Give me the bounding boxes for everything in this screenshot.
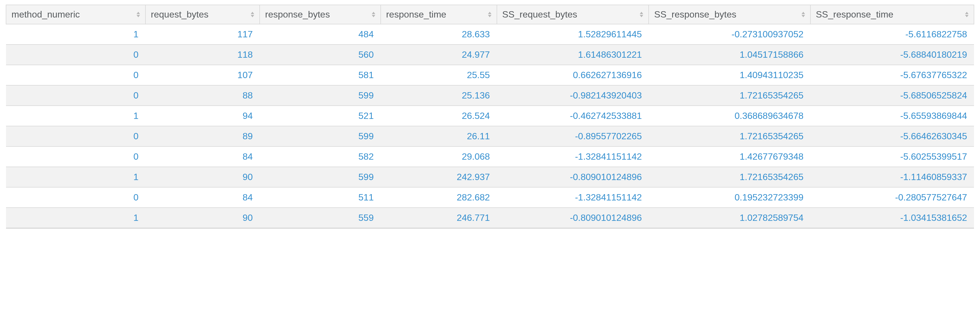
cell-response_time: 246.771 bbox=[381, 208, 497, 228]
cell-request_bytes: 84 bbox=[145, 146, 259, 167]
svg-marker-11 bbox=[802, 15, 805, 17]
cell-method_numeric: 0 bbox=[6, 187, 145, 208]
cell-request_bytes: 94 bbox=[145, 106, 259, 126]
data-table: method_numericrequest_bytesresponse_byte… bbox=[6, 5, 974, 229]
cell-method_numeric: 1 bbox=[6, 167, 145, 187]
cell-response_time: 25.136 bbox=[381, 85, 497, 106]
table-header: method_numericrequest_bytesresponse_byte… bbox=[6, 5, 974, 24]
cell-SS_response_time: -5.6116822758 bbox=[810, 24, 974, 45]
table-row: 19452126.524-0.4627425338810.36868963467… bbox=[6, 106, 974, 126]
cell-request_bytes: 90 bbox=[145, 167, 259, 187]
table-row: 08859925.136-0.9821439204031.72165354265… bbox=[6, 85, 974, 106]
cell-SS_response_time: -5.60255399517 bbox=[810, 146, 974, 167]
cell-SS_response_time: -0.280577527647 bbox=[810, 187, 974, 208]
column-header-label: SS_response_bytes bbox=[654, 9, 736, 20]
cell-SS_request_bytes: -0.809010124896 bbox=[497, 208, 649, 228]
column-header-SS_request_bytes[interactable]: SS_request_bytes bbox=[497, 5, 649, 24]
cell-SS_response_bytes: 1.72165354265 bbox=[649, 167, 810, 187]
cell-SS_request_bytes: -0.89557702265 bbox=[497, 126, 649, 146]
cell-response_bytes: 599 bbox=[259, 85, 381, 106]
cell-response_bytes: 511 bbox=[259, 187, 381, 208]
cell-SS_request_bytes: -1.32841151142 bbox=[497, 187, 649, 208]
column-header-label: SS_request_bytes bbox=[502, 9, 578, 20]
sort-icon bbox=[488, 12, 492, 17]
table-row: 190559246.771-0.8090101248961.0278258975… bbox=[6, 208, 974, 228]
cell-SS_request_bytes: 1.61486301221 bbox=[497, 45, 649, 65]
table-row: 190599242.937-0.8090101248961.7216535426… bbox=[6, 167, 974, 187]
svg-marker-12 bbox=[965, 12, 969, 14]
cell-response_time: 242.937 bbox=[381, 167, 497, 187]
sort-icon bbox=[965, 12, 969, 17]
cell-response_time: 282.682 bbox=[381, 187, 497, 208]
cell-SS_request_bytes: 0.662627136916 bbox=[497, 65, 649, 85]
sort-icon bbox=[802, 12, 805, 17]
cell-SS_response_bytes: 0.195232723399 bbox=[649, 187, 810, 208]
cell-SS_response_bytes: 1.04517158866 bbox=[649, 45, 810, 65]
cell-SS_request_bytes: -0.982143920403 bbox=[497, 85, 649, 106]
cell-SS_request_bytes: 1.52829611445 bbox=[497, 24, 649, 45]
cell-request_bytes: 88 bbox=[145, 85, 259, 106]
column-header-response_bytes[interactable]: response_bytes bbox=[259, 5, 381, 24]
cell-response_time: 24.977 bbox=[381, 45, 497, 65]
cell-method_numeric: 1 bbox=[6, 24, 145, 45]
cell-response_bytes: 581 bbox=[259, 65, 381, 85]
cell-method_numeric: 0 bbox=[6, 126, 145, 146]
table-row: 111748428.6331.52829611445-0.27310093705… bbox=[6, 24, 974, 45]
svg-marker-9 bbox=[640, 15, 643, 17]
cell-response_bytes: 484 bbox=[259, 24, 381, 45]
cell-SS_response_time: -5.68840180219 bbox=[810, 45, 974, 65]
cell-response_time: 26.11 bbox=[381, 126, 497, 146]
svg-marker-0 bbox=[137, 12, 140, 14]
svg-marker-3 bbox=[251, 15, 254, 17]
table-body: 111748428.6331.52829611445-0.27310093705… bbox=[6, 24, 974, 228]
cell-SS_response_bytes: -0.273100937052 bbox=[649, 24, 810, 45]
sort-icon bbox=[137, 12, 140, 17]
cell-request_bytes: 117 bbox=[145, 24, 259, 45]
svg-marker-7 bbox=[488, 15, 492, 17]
cell-request_bytes: 89 bbox=[145, 126, 259, 146]
cell-response_bytes: 599 bbox=[259, 167, 381, 187]
cell-SS_response_bytes: 1.72165354265 bbox=[649, 85, 810, 106]
column-header-label: request_bytes bbox=[151, 9, 208, 20]
cell-response_bytes: 582 bbox=[259, 146, 381, 167]
sort-icon bbox=[251, 12, 254, 17]
svg-marker-10 bbox=[802, 12, 805, 14]
svg-marker-4 bbox=[372, 12, 375, 14]
cell-SS_response_bytes: 1.72165354265 bbox=[649, 126, 810, 146]
cell-SS_response_bytes: 1.40943110235 bbox=[649, 65, 810, 85]
column-header-SS_response_bytes[interactable]: SS_response_bytes bbox=[649, 5, 810, 24]
cell-SS_request_bytes: -0.462742533881 bbox=[497, 106, 649, 126]
cell-SS_response_time: -1.11460859337 bbox=[810, 167, 974, 187]
cell-method_numeric: 1 bbox=[6, 106, 145, 126]
svg-marker-8 bbox=[640, 12, 643, 14]
cell-SS_response_bytes: 1.02782589754 bbox=[649, 208, 810, 228]
table-row: 084511282.682-1.328411511420.19523272339… bbox=[6, 187, 974, 208]
cell-request_bytes: 107 bbox=[145, 65, 259, 85]
cell-response_time: 25.55 bbox=[381, 65, 497, 85]
cell-SS_response_time: -5.68506525824 bbox=[810, 85, 974, 106]
cell-response_time: 28.633 bbox=[381, 24, 497, 45]
cell-SS_response_time: -5.67637765322 bbox=[810, 65, 974, 85]
cell-response_time: 29.068 bbox=[381, 146, 497, 167]
sort-icon bbox=[372, 12, 375, 17]
column-header-label: method_numeric bbox=[11, 9, 80, 20]
svg-marker-6 bbox=[488, 12, 492, 14]
column-header-label: response_bytes bbox=[265, 9, 330, 20]
table-row: 08458229.068-1.328411511421.42677679348-… bbox=[6, 146, 974, 167]
cell-SS_response_bytes: 0.368689634678 bbox=[649, 106, 810, 126]
cell-request_bytes: 84 bbox=[145, 187, 259, 208]
table-row: 08959926.11-0.895577022651.72165354265-5… bbox=[6, 126, 974, 146]
cell-response_time: 26.524 bbox=[381, 106, 497, 126]
column-header-SS_response_time[interactable]: SS_response_time bbox=[810, 5, 974, 24]
sort-icon bbox=[640, 12, 643, 17]
column-header-request_bytes[interactable]: request_bytes bbox=[145, 5, 259, 24]
svg-marker-1 bbox=[137, 15, 140, 17]
svg-marker-5 bbox=[372, 15, 375, 17]
cell-SS_response_time: -1.03415381652 bbox=[810, 208, 974, 228]
svg-marker-13 bbox=[965, 15, 969, 17]
cell-response_bytes: 559 bbox=[259, 208, 381, 228]
column-header-response_time[interactable]: response_time bbox=[381, 5, 497, 24]
cell-method_numeric: 0 bbox=[6, 146, 145, 167]
table-row: 011856024.9771.614863012211.04517158866-… bbox=[6, 45, 974, 65]
column-header-method_numeric[interactable]: method_numeric bbox=[6, 5, 145, 24]
